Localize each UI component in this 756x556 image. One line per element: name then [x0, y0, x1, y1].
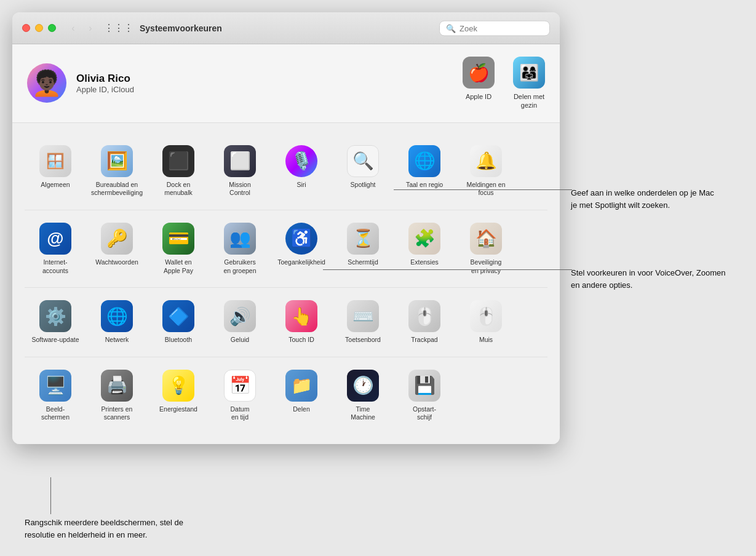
spotlight-annotation: Geef aan in welke onderdelen op je Mac j… [571, 187, 718, 211]
bureaublad-label: Bureaublad enschermbeveiliging [91, 181, 143, 197]
muis-label: Muis [479, 336, 493, 344]
opstart-label: Opstart-schijf [413, 405, 436, 422]
pref-item-taal[interactable]: 🌐Taal en regio [394, 140, 455, 202]
taal-icon: 🌐 [408, 145, 440, 177]
pref-item-schermtijd[interactable]: ⏳Schermtijd [332, 218, 394, 280]
pref-item-muis[interactable]: 🖱️Muis [455, 295, 517, 349]
pref-item-wallet[interactable]: 💳Wallet enApple Pay [148, 218, 209, 280]
search-input[interactable] [460, 23, 543, 33]
toetsenbord-label: Toetsenbord [345, 336, 381, 344]
pref-item-extensies[interactable]: 🧩Extensies [394, 218, 455, 280]
pref-item-energie[interactable]: 💡Energiestand [148, 365, 209, 427]
muis-icon: 🖱️ [470, 300, 502, 332]
extensies-label: Extensies [410, 258, 439, 267]
pref-item-gebruikers[interactable]: 👥Gebruikersen groepen [209, 218, 271, 280]
meldingen-icon: 🔔 [470, 145, 502, 177]
spotlight-icon: 🔍 [347, 145, 379, 177]
pref-row-1: @Internet-accounts🔑Wachtwoorden💳Wallet e… [25, 210, 547, 288]
profile-info: Olivia Rico Apple ID, iCloud [76, 73, 134, 94]
pref-item-mission[interactable]: ⬜MissionControl [209, 140, 271, 202]
mission-icon: ⬜ [224, 145, 256, 177]
displays-annotation: Rangschik meerdere beeldschermen, stel d… [25, 517, 197, 541]
pref-item-siri[interactable]: 🎙️Siri [271, 140, 332, 202]
traffic-lights [22, 24, 56, 32]
search-bar[interactable]: 🔍 [439, 20, 550, 36]
family-sharing-button[interactable]: 👨‍👩‍👧 Delen metgezin [513, 57, 545, 110]
pref-item-toetsenbord[interactable]: ⌨️Toetsenbord [332, 295, 394, 349]
timemachine-icon: 🕐 [347, 370, 379, 402]
beeldschermen-label: Beeld-schermen [41, 405, 70, 422]
forward-button[interactable]: › [83, 21, 98, 36]
printers-label: Printers enscanners [101, 405, 133, 422]
preferences-grid: 🪟Algemeen🖼️Bureaublad enschermbeveiligin… [12, 123, 560, 444]
main-window: ‹ › ⋮⋮⋮ Systeemvoorkeuren 🔍 🧑🏿‍🦱 Olivia … [12, 12, 560, 444]
wacht-label: Wachtwoorden [95, 258, 138, 267]
pref-item-toegankelijkheid[interactable]: ♿Toegankelijkheid [271, 218, 332, 280]
internet-icon: @ [39, 223, 71, 255]
back-button[interactable]: ‹ [66, 21, 81, 36]
mission-label: MissionControl [229, 181, 251, 197]
pref-item-software[interactable]: ⚙️Software-update [25, 295, 86, 349]
trackpad-icon: 🖱️ [408, 300, 440, 332]
pref-item-geluid[interactable]: 🔊Geluid [209, 295, 271, 349]
siri-label: Siri [296, 181, 306, 189]
toetsenbord-icon: ⌨️ [347, 300, 379, 332]
extensies-icon: 🧩 [408, 223, 440, 255]
pref-item-netwerk[interactable]: 🌐Netwerk [86, 295, 148, 349]
pref-row-3: 🖥️Beeld-schermen🖨️Printers enscanners💡En… [25, 357, 547, 434]
minimize-button[interactable] [35, 24, 43, 32]
pref-item-meldingen[interactable]: 🔔Meldingen enfocus [455, 140, 517, 202]
datum-icon: 📅 [224, 370, 256, 402]
pref-item-touchid[interactable]: 👆Touch ID [271, 295, 332, 349]
pref-item-spotlight[interactable]: 🔍Spotlight [332, 140, 394, 202]
maximize-button[interactable] [48, 24, 56, 32]
meldingen-label: Meldingen enfocus [466, 181, 505, 197]
bureaublad-icon: 🖼️ [101, 145, 133, 177]
algemeen-icon: 🪟 [39, 145, 71, 177]
close-button[interactable] [22, 24, 30, 32]
siri-icon: 🎙️ [285, 145, 317, 177]
pref-item-bluetooth[interactable]: 🔷Bluetooth [148, 295, 209, 349]
pref-row-2: ⚙️Software-update🌐Netwerk🔷Bluetooth🔊Gelu… [25, 288, 547, 357]
pref-item-wacht[interactable]: 🔑Wachtwoorden [86, 218, 148, 280]
avatar[interactable]: 🧑🏿‍🦱 [27, 63, 66, 103]
profile-right: 🍎 Apple ID 👨‍👩‍👧 Delen metgezin [463, 57, 545, 110]
pref-item-datum[interactable]: 📅Datumen tijd [209, 365, 271, 427]
accessibility-annotation: Stel voorkeuren in voor VoiceOver, Zoome… [571, 267, 731, 291]
pref-item-printers[interactable]: 🖨️Printers enscanners [86, 365, 148, 427]
toegankelijkheid-icon: ♿ [285, 223, 317, 255]
wallet-icon: 💳 [162, 223, 194, 255]
taal-label: Taal en regio [406, 181, 443, 189]
pref-item-internet[interactable]: @Internet-accounts [25, 218, 86, 280]
geluid-label: Geluid [231, 336, 249, 344]
datum-label: Datumen tijd [231, 405, 250, 422]
profile-subtitle: Apple ID, iCloud [76, 85, 134, 94]
pref-item-trackpad[interactable]: 🖱️Trackpad [394, 295, 455, 349]
pref-item-beeldschermen[interactable]: 🖥️Beeld-schermen [25, 365, 86, 427]
algemeen-label: Algemeen [41, 181, 70, 189]
pref-item-delen[interactable]: 📁Delen [271, 365, 332, 427]
profile-name: Olivia Rico [76, 73, 134, 85]
titlebar: ‹ › ⋮⋮⋮ Systeemvoorkeuren 🔍 [12, 12, 560, 44]
beveiliging-label: Beveiligingen privacy [471, 258, 502, 275]
geluid-icon: 🔊 [224, 300, 256, 332]
pref-item-timemachine[interactable]: 🕐TimeMachine [332, 365, 394, 427]
pref-item-beveiliging[interactable]: 🏠Beveiligingen privacy [455, 218, 517, 280]
energie-label: Energiestand [159, 405, 197, 414]
profile-section: 🧑🏿‍🦱 Olivia Rico Apple ID, iCloud 🍎 Appl… [12, 44, 560, 123]
schermtijd-label: Schermtijd [348, 258, 378, 267]
bluetooth-icon: 🔷 [162, 300, 194, 332]
pref-item-dock[interactable]: ⬛Dock enmenubalk [148, 140, 209, 202]
wacht-icon: 🔑 [101, 223, 133, 255]
internet-label: Internet-accounts [42, 258, 68, 275]
pref-item-opstart[interactable]: 💾Opstart-schijf [394, 365, 455, 427]
pref-item-algemeen[interactable]: 🪟Algemeen [25, 140, 86, 202]
software-icon: ⚙️ [39, 300, 71, 332]
window-title: Systeemvoorkeuren [140, 23, 222, 33]
apple-id-button[interactable]: 🍎 Apple ID [463, 57, 495, 110]
grid-icon[interactable]: ⋮⋮⋮ [104, 22, 133, 34]
beveiliging-icon: 🏠 [470, 223, 502, 255]
pref-item-bureaublad[interactable]: 🖼️Bureaublad enschermbeveiliging [86, 140, 148, 202]
delen-icon: 📁 [285, 370, 317, 402]
navigation-arrows: ‹ › [66, 21, 98, 36]
